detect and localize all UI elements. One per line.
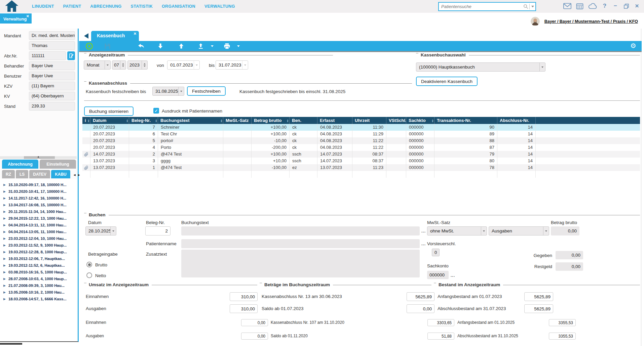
menu-item-linudent[interactable]: LINUDENT [32,4,54,9]
betrag-brutto-field[interactable]: 0,00 [551,226,579,235]
festschreiben-button[interactable]: Festschreiben [187,86,226,96]
restore-icon[interactable] [623,2,629,10]
sidebar-subtab-datev[interactable]: DATEV [29,170,50,178]
expand-arrow-icon[interactable] [3,210,6,213]
year-stepper[interactable]: 2023 [127,60,148,70]
table-row[interactable]: 14.07.20232@474 Test+100,00ssch14.07.202… [82,151,640,158]
field-value[interactable]: 239.33 [29,102,75,111]
table-row[interactable]: 20.07.20234Porto-200,00ck04.08.202311:22… [82,144,640,151]
close-icon[interactable] [26,14,29,18]
list-item[interactable]: 31.03.2020-10:41, 17, 100000 H... [0,188,77,195]
column-header-transaktions-nr-[interactable]: Transaktions-Nr. [434,117,497,124]
print-caret[interactable] [234,42,242,50]
list-item[interactable]: 15.10.2020-09:17, 18, 100000 H... [0,181,77,188]
tab-scroll-left-icon[interactable]: ◄ [73,173,76,177]
table-row[interactable]: 20.07.20237Schreiner+100,00ck04.08.20231… [82,124,640,131]
splitter-handle[interactable] [0,156,77,159]
close-icon[interactable] [134,32,137,36]
list-item[interactable]: 19.03.2012-12:28, 8, 1000 Haup... [0,249,77,255]
sidebar-tab-abrechnung[interactable]: Abrechnung [2,160,38,169]
menu-item-organisation[interactable]: ORGANISATION [162,4,195,9]
cloud-icon[interactable] [588,2,597,10]
tab-kassenbuch[interactable]: Kassenbuch [91,31,139,41]
column-header-i[interactable]: i▴▾ [82,117,90,124]
field-value[interactable]: Bayer Uwe [29,72,75,80]
sort-arrows-icon[interactable]: ▴▾ [126,119,128,122]
period-type-select[interactable]: Monat [84,60,111,70]
festschreiben-date-field[interactable]: 31.08.2025 [152,87,184,96]
list-item[interactable]: 04.04.2014-13:05, 11, 1000 Hau... [0,228,77,235]
sort-arrows-icon[interactable]: ▴▾ [87,119,89,122]
expand-arrow-icon[interactable] [3,277,6,280]
move-up-icon[interactable] [177,42,185,50]
column-header-betrag-brutto[interactable]: Betrag brutto▴▾ [252,117,290,124]
list-item[interactable]: 19.03.2012-12:06, 7, Hauptkas... [0,255,77,262]
column-header-mwst-satz[interactable]: MwSt.-Satz [223,117,252,124]
field-value[interactable]: Thomas [29,41,75,50]
netto-radio[interactable] [86,272,92,278]
list-item[interactable]: 28.07.2008-10:03, 4, 1000 Haup... [0,275,77,282]
search-icon[interactable] [522,3,529,10]
expand-arrow-icon[interactable] [3,203,6,207]
sort-arrows-icon[interactable]: ▴▾ [155,119,157,122]
beleg-nr-field[interactable]: 2 [145,226,171,235]
column-header-abschluss-nr-[interactable]: Abschluss-Nr. [497,117,536,124]
export-caret[interactable] [208,42,216,50]
buchungstyp-select[interactable]: Ausgaben [489,226,549,235]
run-icon[interactable] [85,42,93,50]
field-value[interactable]: (64) Oberbayern [29,92,75,100]
close-icon[interactable]: ✕ [634,2,640,10]
list-item[interactable]: 23.03.2012-12:04, 10, 1000 Hau... [0,235,77,242]
expand-arrow-icon[interactable] [3,223,6,227]
column-header-uhrzeit[interactable]: Uhrzeit [352,117,386,124]
user-context-link[interactable]: Bayer / Bayer / Mustermann-Test / Praxis… [544,19,638,24]
field-value[interactable]: Bayer Uwe [29,61,75,70]
sidebar-subtab-kabu[interactable]: KABU [51,170,70,178]
mail-icon[interactable] [563,2,571,10]
table-row[interactable]: 13.07.20231@474 Test-100,00ez13.07.20231… [82,164,640,171]
sort-arrows-icon[interactable]: ▴▾ [286,119,288,122]
mwst-select[interactable]: ohne MwSt. [427,226,487,235]
column-header-ben-[interactable]: Ben. [290,117,317,124]
date-to-field[interactable]: 31.07.2023 [216,60,248,70]
sidebar-tab-einstellung[interactable]: Einstellung [40,160,76,169]
expand-arrow-icon[interactable] [3,284,6,287]
home-button[interactable] [5,1,19,12]
column-header-beleg-nr-[interactable]: Beleg-Nr.▴▾ [129,117,158,124]
expand-arrow-icon[interactable] [3,190,6,193]
undo-icon[interactable] [137,42,145,50]
buchungstext-field[interactable] [181,226,420,235]
print-icon[interactable] [223,42,231,50]
sort-arrows-icon[interactable]: ▴▾ [431,119,433,122]
list-item[interactable]: 13.04.2017-16:08, 15, 100000 H... [0,202,77,208]
column-header-erfasst[interactable]: Erfasst [317,117,352,124]
expand-arrow-icon[interactable] [3,197,6,200]
sachkonto-field[interactable]: 000000 [427,271,449,279]
expand-arrow-icon[interactable] [3,270,6,274]
deaktivieren-kassenbuch-button[interactable]: Deaktivieren Kassenbuch [416,77,478,86]
minimize-icon[interactable]: − [612,2,618,10]
restgeld-field[interactable]: 0,00 [556,262,583,271]
list-item[interactable]: 23.03.2012-11:52, 9, 1000 Haup... [0,242,77,249]
tab-verwaltung[interactable]: Verwaltung [0,13,32,24]
expand-arrow-icon[interactable] [3,250,6,254]
ellipsis-button[interactable] [451,273,455,278]
ausdruck-checkbox[interactable] [153,108,159,114]
expand-arrow-icon[interactable] [3,291,6,294]
buchung-stornieren-button[interactable]: Buchung stornieren [84,106,134,116]
buchen-datum-field[interactable]: 28.10.2025 [85,226,116,235]
export-icon[interactable] [197,42,205,50]
tab-scroll-right-icon[interactable]: ► [77,173,81,177]
kassenbuch-select[interactable]: (100000) Hauptkassenbuch [416,62,545,72]
edit-button[interactable] [67,51,75,60]
expand-arrow-icon[interactable] [3,237,6,240]
ellipsis-button[interactable] [421,229,426,233]
back-arrow-icon[interactable] [84,33,88,39]
month-stepper[interactable]: 07 [112,60,126,70]
column-header-vstschl-[interactable]: VStSchl. [386,117,406,124]
save-icon[interactable] [103,42,111,50]
menu-item-verwaltung[interactable]: VERWALTUNG [204,4,235,9]
field-value[interactable]: 111111 [29,51,66,60]
expand-arrow-icon[interactable] [3,264,6,267]
move-down-icon[interactable] [156,42,164,50]
